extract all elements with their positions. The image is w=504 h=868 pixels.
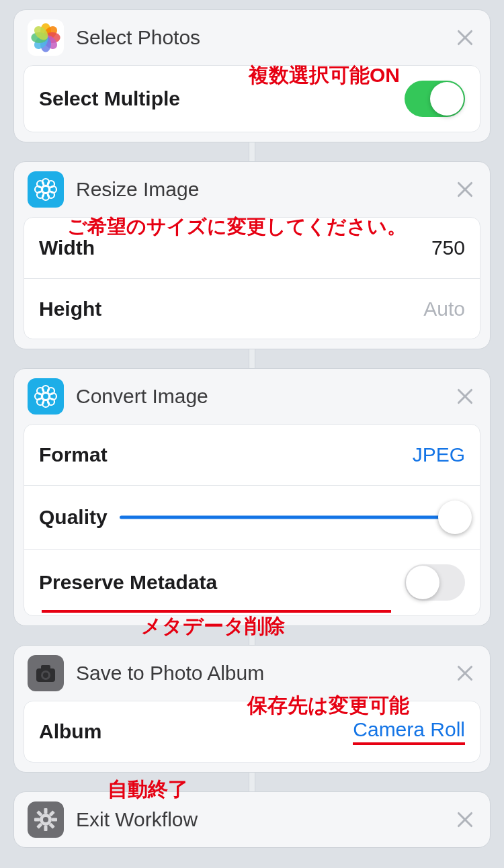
album-label: Album xyxy=(39,720,101,743)
connector xyxy=(249,626,255,645)
connector xyxy=(249,142,255,161)
gear-icon xyxy=(28,801,64,838)
select-multiple-toggle[interactable] xyxy=(405,81,465,117)
card-title: Resize Image xyxy=(76,178,442,201)
card-resize-image: Resize Image Width 750 Height Auto xyxy=(13,161,491,349)
close-icon[interactable] xyxy=(454,26,476,49)
preserve-metadata-label: Preserve Metadata xyxy=(39,571,217,594)
select-multiple-label: Select Multiple xyxy=(39,87,180,110)
quality-slider[interactable] xyxy=(120,501,465,534)
row-quality: Quality xyxy=(24,485,480,549)
card-header: Convert Image xyxy=(14,369,490,424)
card-convert-image: Convert Image Format JPEG Quality Preser… xyxy=(13,368,491,626)
svg-rect-24 xyxy=(44,826,48,831)
connector xyxy=(249,349,255,368)
card-header: Save to Photo Album xyxy=(14,646,490,701)
card-body: Select Multiple xyxy=(24,65,480,132)
quality-label: Quality xyxy=(39,506,108,529)
card-body: Album Camera Roll xyxy=(24,701,480,763)
card-title: Convert Image xyxy=(76,385,442,408)
row-width[interactable]: Width 750 xyxy=(24,218,480,278)
format-label: Format xyxy=(39,443,108,466)
row-album[interactable]: Album Camera Roll xyxy=(24,701,480,762)
row-preserve-metadata: Preserve Metadata xyxy=(24,549,480,615)
card-title: Exit Workflow xyxy=(76,808,442,831)
card-body: Width 750 Height Auto xyxy=(24,217,480,339)
close-icon[interactable] xyxy=(454,385,476,408)
card-title: Select Photos xyxy=(76,26,442,49)
card-title: Save to Photo Album xyxy=(76,662,442,685)
svg-rect-23 xyxy=(44,808,48,814)
height-label: Height xyxy=(39,298,101,320)
album-value: Camera Roll xyxy=(353,718,465,745)
connector xyxy=(249,773,255,791)
card-save-to-photo-album: Save to Photo Album Album Camera Roll xyxy=(13,645,491,773)
card-header: Select Photos xyxy=(14,10,490,65)
image-action-icon xyxy=(28,171,64,208)
close-icon[interactable] xyxy=(454,178,476,201)
card-body: Format JPEG Quality Preserve Metadata xyxy=(24,424,480,616)
row-height[interactable]: Height Auto xyxy=(24,278,480,339)
card-select-photos: Select Photos Select Multiple xyxy=(13,9,491,142)
card-exit-workflow: Exit Workflow xyxy=(13,791,491,848)
svg-point-31 xyxy=(43,817,48,822)
format-value: JPEG xyxy=(413,443,465,466)
row-select-multiple: Select Multiple xyxy=(24,66,480,132)
svg-point-9 xyxy=(42,393,49,400)
preserve-metadata-toggle[interactable] xyxy=(405,564,465,601)
width-value: 750 xyxy=(431,236,465,259)
svg-rect-19 xyxy=(41,665,50,670)
row-format[interactable]: Format JPEG xyxy=(24,425,480,485)
photos-icon xyxy=(28,19,64,56)
width-label: Width xyxy=(39,236,95,259)
height-value: Auto xyxy=(423,298,465,320)
svg-rect-26 xyxy=(52,818,57,822)
card-header: Exit Workflow xyxy=(14,792,490,847)
close-icon[interactable] xyxy=(454,662,476,685)
image-action-icon xyxy=(28,378,64,415)
card-header: Resize Image xyxy=(14,162,490,217)
svg-point-0 xyxy=(42,186,49,193)
camera-icon xyxy=(28,655,64,691)
svg-point-21 xyxy=(43,672,48,678)
svg-rect-25 xyxy=(34,818,40,822)
close-icon[interactable] xyxy=(454,808,476,831)
